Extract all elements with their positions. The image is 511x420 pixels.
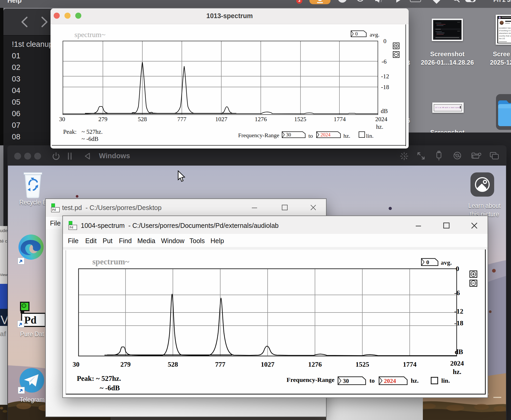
svg-text:30: 30 <box>286 132 291 137</box>
svg-text:0: 0 <box>426 259 429 265</box>
svg-text:2024: 2024 <box>320 132 331 137</box>
svg-text:30: 30 <box>343 378 349 384</box>
svg-text:0: 0 <box>355 31 358 37</box>
svg-text:2024: 2024 <box>384 378 396 384</box>
